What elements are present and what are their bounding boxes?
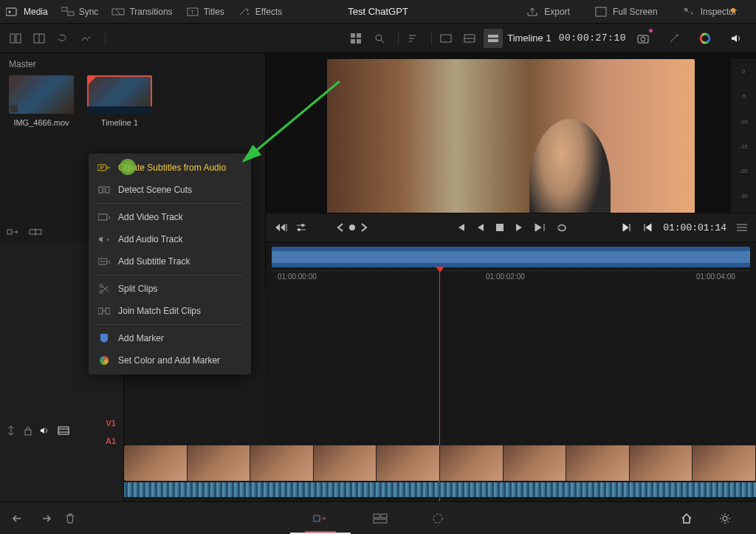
gear-icon[interactable] (719, 513, 731, 524)
ctx-add-audio-track[interactable]: + Add Audio Track (89, 228, 251, 250)
svg-rect-63 (58, 427, 69, 434)
ctx-add-marker[interactable]: Add Marker (89, 327, 251, 349)
transitions-icon (111, 7, 125, 17)
ctx-create-subtitles[interactable]: Create Subtitles from Audio (89, 157, 251, 179)
grid-view-btn[interactable] (346, 29, 365, 48)
tab-sync[interactable]: Sync (61, 7, 99, 17)
svg-rect-58 (496, 224, 504, 231)
transport-menu-icon[interactable] (737, 223, 747, 232)
audio-track-icon: + (97, 233, 111, 245)
notification-dot (731, 8, 735, 13)
svg-rect-49 (98, 308, 103, 314)
ctx-detect-scene-cuts[interactable]: Detect Scene Cuts (89, 179, 251, 201)
track-a1-label[interactable]: A1 (106, 437, 116, 445)
color-wheel-btn[interactable] (695, 29, 715, 48)
motion-btn[interactable] (77, 29, 96, 48)
track-v1-label[interactable]: V1 (106, 419, 116, 428)
ctx-set-color-marker[interactable]: Set Color and Add Marker (89, 349, 251, 372)
svg-text:+: + (106, 236, 110, 244)
video-clip-strip[interactable] (124, 445, 756, 481)
viewmode-3[interactable] (484, 29, 503, 48)
prev-clip-icon[interactable] (642, 222, 653, 233)
ctx-add-video-track[interactable]: + Add Video Track (89, 206, 251, 228)
layout-btn-2[interactable] (30, 29, 49, 48)
playhead-timecode[interactable]: 01:00:01:14 (663, 222, 726, 233)
jog-dot-icon[interactable] (348, 224, 356, 231)
ctx-split-clips[interactable]: Split Clips (89, 278, 251, 300)
undo-icon[interactable] (12, 513, 25, 524)
timeline-scrubber[interactable] (272, 247, 750, 267)
go-end-icon[interactable] (534, 222, 546, 233)
go-start-icon[interactable] (454, 222, 466, 233)
join-clips-icon (97, 305, 111, 317)
marker-icon (97, 332, 111, 344)
tab-titles[interactable]: T Titles (186, 7, 224, 17)
sequence-timecode[interactable]: 00:00:27:10 (559, 32, 626, 44)
clip-thumbnail (250, 445, 314, 481)
page-edit-icon[interactable] (373, 513, 388, 524)
loop-icon[interactable] (556, 222, 568, 233)
next-edit-icon[interactable] (360, 223, 368, 232)
filmstrip-icon[interactable] (58, 426, 69, 435)
audio-btn[interactable] (726, 29, 746, 48)
play-reverse-icon[interactable] (476, 222, 485, 233)
ctx-join-clips[interactable]: Join Match Edit Clips (89, 300, 251, 322)
inspector-icon (683, 7, 696, 17)
prev-edit-icon[interactable] (337, 223, 344, 232)
stop-icon[interactable] (495, 223, 504, 232)
master-bin-label[interactable]: Master (9, 59, 256, 69)
lock-icon[interactable] (24, 425, 32, 436)
viewmode-2[interactable] (460, 29, 479, 48)
tab-media[interactable]: Media (6, 7, 48, 17)
overwrite-tool-icon[interactable] (28, 225, 43, 239)
svg-rect-18 (357, 39, 361, 44)
ctx-label: Split Clips (118, 284, 157, 294)
timeline-ruler[interactable]: 01:00:00:00 01:00:02:00 01:00:04:00 (272, 270, 750, 287)
insert-tool-icon[interactable] (6, 225, 21, 239)
settings-sliders-icon[interactable] (295, 222, 307, 233)
svg-rect-41 (98, 214, 107, 220)
ctx-add-subtitle-track[interactable]: + Add Subtitle Track (89, 250, 251, 273)
fullscreen-button[interactable]: Full Screen (595, 7, 658, 17)
track-resize-icon[interactable] (6, 425, 16, 436)
clip-thumbnail (377, 445, 440, 481)
svg-rect-30 (7, 230, 12, 234)
speaker-icon[interactable] (40, 426, 50, 435)
home-icon[interactable] (681, 513, 693, 524)
fast-review-icon[interactable] (275, 222, 288, 233)
next-clip-icon[interactable] (622, 222, 632, 233)
audio-waveform[interactable] (124, 482, 756, 497)
svg-rect-25 (488, 39, 498, 42)
page-loading-icon[interactable] (432, 513, 444, 524)
export-icon (526, 7, 540, 17)
export-button[interactable]: Export (526, 7, 570, 17)
scissors-icon (97, 283, 111, 295)
sort-btn[interactable] (403, 29, 422, 48)
timeline-body[interactable] (266, 287, 756, 434)
viewmode-1[interactable] (436, 29, 456, 48)
svg-point-70 (433, 514, 442, 523)
clip-thumbnail (504, 445, 567, 481)
search-btn[interactable] (370, 29, 389, 48)
media-timeline-item[interactable]: Timeline 1 (87, 75, 152, 127)
media-clip-item[interactable]: IMG_4666.mov (9, 75, 74, 127)
tab-transitions[interactable]: Transitions (111, 7, 172, 17)
svg-rect-10 (10, 34, 15, 43)
svg-point-1 (9, 10, 11, 13)
page-cut-icon[interactable] (312, 513, 329, 524)
inspector-button[interactable]: Inspector (683, 7, 737, 17)
svg-rect-62 (25, 430, 31, 435)
redo-icon[interactable] (38, 513, 52, 524)
fx-btn[interactable] (664, 29, 684, 48)
context-menu: Create Subtitles from Audio Detect Scene… (89, 154, 251, 374)
trash-icon[interactable] (65, 513, 75, 524)
play-icon[interactable] (515, 222, 523, 233)
layout-btn-1[interactable] (6, 29, 25, 48)
repeat-btn[interactable] (53, 29, 72, 48)
ctx-label: Set Color and Add Marker (118, 355, 220, 366)
playhead-icon[interactable] (436, 267, 444, 273)
export-label: Export (544, 7, 570, 17)
tab-effects[interactable]: Effects (238, 7, 282, 17)
camera-btn[interactable] (633, 29, 653, 48)
svg-rect-50 (106, 308, 110, 314)
